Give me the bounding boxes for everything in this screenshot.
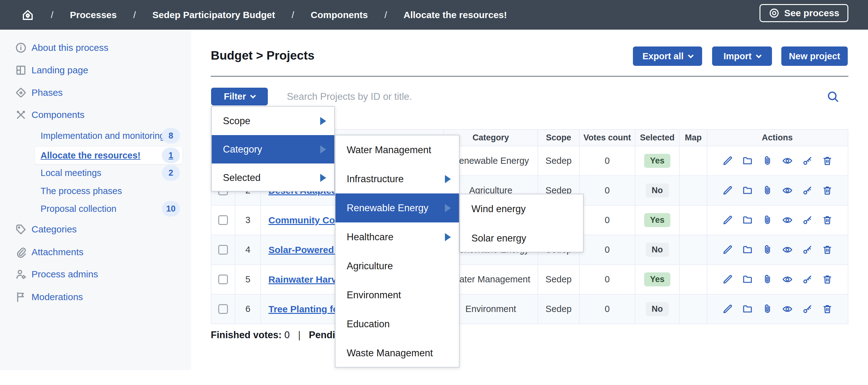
project-title-link[interactable]: Rainwater Harve [269,274,342,285]
edit-icon[interactable] [722,303,733,315]
folder-icon[interactable] [742,155,753,166]
row-select-checkbox[interactable] [218,274,228,284]
attachment-icon[interactable] [762,155,773,166]
project-title-link[interactable]: Community Con [269,215,341,226]
project-title-link[interactable]: Tree Planting fo [269,304,339,315]
search-icon[interactable] [826,90,840,103]
edit-icon[interactable] [722,155,733,166]
delete-icon[interactable] [822,155,833,166]
project-map [680,235,707,264]
header-actions: Actions [707,130,847,146]
breadcrumb-separator: / [384,10,387,20]
project-scope: Sedep [538,265,580,294]
permissions-key-icon[interactable] [802,155,813,166]
export-all-button[interactable]: Export all [633,47,702,66]
attachment-icon[interactable] [762,185,773,196]
menu-item-infrastructure[interactable]: Infrastructure [336,165,459,194]
delete-icon[interactable] [822,303,833,315]
selected-badge: Yes [644,213,671,227]
new-project-button[interactable]: New project [781,47,848,66]
edit-icon[interactable] [722,185,733,196]
delete-icon[interactable] [822,274,833,285]
menu-item-healthcare[interactable]: Healthcare [336,223,459,251]
attachment-icon[interactable] [762,244,773,255]
preview-eye-icon[interactable] [782,303,793,315]
sidebar-item-process-admins[interactable]: Process admins [0,266,191,283]
menu-item-wind-energy[interactable]: Wind energy [460,195,583,224]
project-title-link[interactable]: Solar-Powered S [269,245,343,255]
delete-icon[interactable] [822,215,833,226]
edit-icon[interactable] [722,274,733,285]
selected-badge: No [646,302,669,316]
breadcrumb-processes[interactable]: Processes [70,10,117,20]
filter-button[interactable]: Filter [211,88,268,106]
folder-icon[interactable] [742,274,753,285]
folder-icon[interactable] [742,244,753,255]
submenu-arrow-icon [445,175,451,183]
delete-icon[interactable] [822,185,833,196]
project-votes: 0 [580,295,636,324]
chevron-down-icon [250,93,256,98]
see-process-button[interactable]: See process [760,4,848,22]
attachment-icon[interactable] [762,215,773,226]
attachment-icon[interactable] [762,274,773,285]
sidebar-item-implementation-monitoring[interactable]: Implementation and monitoring 8 [0,127,191,144]
breadcrumb-current-component[interactable]: Allocate the resources! [403,10,507,20]
page-title: Budget > Projects [211,49,315,62]
menu-item-selected[interactable]: Selected [212,164,334,192]
row-select-checkbox[interactable] [218,245,228,255]
sidebar-item-proposal-collection[interactable]: Proposal collection 10 [0,200,191,217]
project-votes: 0 [580,206,636,235]
permissions-key-icon[interactable] [802,185,813,196]
sidebar-item-process-phases[interactable]: The process phases [0,182,191,200]
menu-item-renewable-energy[interactable]: Renewable Energy [336,194,459,223]
menu-item-agriculture[interactable]: Agriculture [336,251,459,280]
row-select-checkbox[interactable] [218,304,228,314]
breadcrumb-components[interactable]: Components [311,10,368,20]
menu-item-environment[interactable]: Environment [336,280,459,309]
permissions-key-icon[interactable] [802,274,813,285]
sidebar-item-about-this-process[interactable]: About this process [0,39,191,57]
permissions-key-icon[interactable] [802,215,813,226]
folder-icon[interactable] [742,303,753,315]
project-id: 6 [236,295,261,324]
sidebar-item-landing-page[interactable]: Landing page [0,61,191,79]
attachment-icon[interactable] [762,303,773,315]
sidebar-item-components[interactable]: Components [0,106,191,123]
home-icon[interactable] [21,8,34,22]
sidebar: About this process Landing page Phases C… [0,30,191,370]
folder-icon[interactable] [742,185,753,196]
edit-icon[interactable] [722,215,733,226]
menu-item-education[interactable]: Education [336,309,459,338]
permissions-key-icon[interactable] [802,244,813,255]
menu-item-water-management[interactable]: Water Management [336,136,459,165]
sidebar-item-categories[interactable]: Categories [0,220,191,238]
permissions-key-icon[interactable] [802,303,813,315]
import-button[interactable]: Import [712,47,772,66]
sidebar-item-allocate-resources[interactable]: Allocate the resources! 1 [0,147,191,164]
row-select-checkbox[interactable] [218,215,228,225]
folder-icon[interactable] [742,215,753,226]
breadcrumb-process-name[interactable]: Sedep Participatory Budget [152,10,275,20]
edit-icon[interactable] [722,244,733,255]
flag-icon [15,291,27,303]
selected-badge: No [646,243,669,257]
delete-icon[interactable] [822,244,833,255]
menu-item-scope[interactable]: Scope [212,107,334,135]
table-row: 5 Rainwater Harve Water Management Sedep… [211,265,848,295]
preview-eye-icon[interactable] [782,155,793,166]
preview-eye-icon[interactable] [782,274,793,285]
preview-eye-icon[interactable] [782,215,793,226]
submenu-arrow-icon [320,145,326,153]
preview-eye-icon[interactable] [782,244,793,255]
menu-item-category[interactable]: Category [212,135,334,164]
search-input[interactable] [287,88,773,105]
layout-icon [15,64,27,76]
sidebar-item-phases[interactable]: Phases [0,84,191,101]
preview-eye-icon[interactable] [782,185,793,196]
sidebar-item-attachments[interactable]: Attachments [0,243,191,261]
sidebar-item-local-meetings[interactable]: Local meetings 2 [0,164,191,182]
sidebar-item-moderations[interactable]: Moderations [0,288,191,306]
menu-item-waste-management[interactable]: Waste Management [336,338,459,367]
menu-item-solar-energy[interactable]: Solar energy [460,224,583,253]
